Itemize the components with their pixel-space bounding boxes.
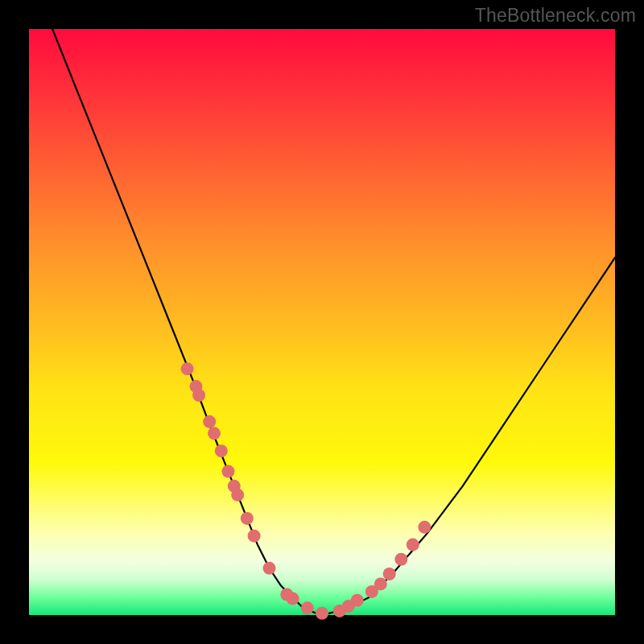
highlight-dot: [418, 521, 431, 534]
highlight-dot: [351, 594, 364, 607]
bottleneck-curve: [29, 0, 615, 615]
highlight-dot: [203, 415, 216, 428]
watermark-text: TheBottleneck.com: [475, 5, 636, 27]
chart-plot-area: [29, 29, 615, 615]
highlight-dot: [181, 362, 194, 375]
highlight-dot: [231, 489, 244, 502]
highlight-dot: [263, 562, 276, 575]
highlight-dot: [241, 512, 254, 525]
highlight-dot: [407, 539, 419, 551]
highlight-dot: [316, 607, 328, 620]
highlight-dot: [222, 465, 235, 478]
highlight-dots: [181, 362, 431, 620]
highlight-dot: [215, 444, 228, 457]
chart-frame: TheBottleneck.com: [0, 0, 644, 644]
highlight-dot: [287, 592, 299, 605]
highlight-dot: [192, 389, 205, 402]
highlight-dot: [208, 427, 221, 440]
highlight-dot: [394, 553, 407, 566]
highlight-dot: [383, 568, 396, 580]
highlight-dot: [248, 530, 261, 543]
highlight-dot: [301, 601, 314, 614]
highlight-dot: [374, 577, 387, 590]
chart-svg: [29, 29, 615, 615]
